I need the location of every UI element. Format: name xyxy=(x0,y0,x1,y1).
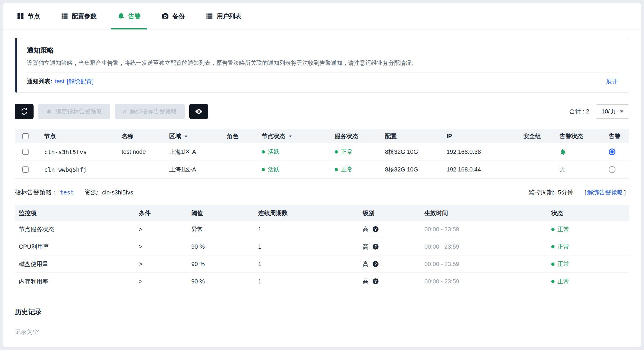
bell-icon xyxy=(46,108,52,115)
alert-status-cell xyxy=(556,148,605,156)
node-name: test node xyxy=(118,148,166,155)
period-label: 监控周期: xyxy=(529,188,555,197)
alert-radio[interactable] xyxy=(609,148,615,155)
alert-radio-cell xyxy=(605,148,629,155)
visibility-button[interactable] xyxy=(189,104,208,119)
eye-icon xyxy=(195,108,203,115)
row-checkbox[interactable] xyxy=(22,149,29,155)
metric-row: CPU利用率 > 90 % 1 高? 00:00 - 23:59 正常 xyxy=(15,238,629,255)
tab-label: 告警 xyxy=(128,12,141,20)
table-row: cln-wwbq5hfj 上海1区-A 活跃 正常 8核32G 10G 192.… xyxy=(15,161,629,179)
app-background: 节点 配置参数 告警 备份 xyxy=(0,0,644,350)
bind-button-label: 绑定指标告警策略 xyxy=(55,108,102,115)
tab-user-list[interactable]: 用户列表 xyxy=(199,3,248,29)
metric-periods: 1 xyxy=(254,278,358,285)
metric-condition: > xyxy=(135,261,187,268)
period-value: 5分钟 xyxy=(558,188,573,197)
metric-item: 内存利用率 xyxy=(15,278,135,285)
bind-metric-policy-button[interactable]: 绑定指标告警策略 xyxy=(38,104,110,119)
metric-item: 磁盘使用量 xyxy=(15,260,135,268)
col-level: 级别 xyxy=(358,209,420,217)
service-status: 正常 xyxy=(331,148,381,156)
metric-status: 正常 xyxy=(547,260,629,268)
status-dot xyxy=(551,228,555,231)
node-zone: 上海1区-A xyxy=(166,166,223,174)
col-status: 状态 xyxy=(547,209,629,217)
tab-bar: 节点 配置参数 告警 备份 xyxy=(3,3,641,29)
close-icon: × xyxy=(123,108,127,115)
tab-alerts[interactable]: 告警 xyxy=(111,3,147,29)
metric-periods: 1 xyxy=(254,226,358,233)
tab-config-params[interactable]: 配置参数 xyxy=(54,3,103,29)
unbind-alert-policy-link[interactable]: 解绑告警策略 xyxy=(587,188,623,197)
history-empty-text: 记录为空 xyxy=(15,328,629,336)
unbind-metric-policy-button[interactable]: × 解绑指标告警策略 xyxy=(115,104,185,119)
metric-threshold: 90 % xyxy=(187,243,254,250)
col-security-group: 安全组 xyxy=(520,132,556,140)
help-icon[interactable]: ? xyxy=(373,261,379,267)
page-size-select[interactable]: 10/页 xyxy=(596,104,629,119)
metric-row: 节点服务状态 > 异常 1 高? 00:00 - 23:59 正常 xyxy=(15,221,629,238)
metric-level: 高? xyxy=(358,243,420,251)
service-status: 正常 xyxy=(331,166,381,174)
help-icon[interactable]: ? xyxy=(373,278,379,284)
metric-item: 节点服务状态 xyxy=(15,225,135,233)
alert-status-cell: 无 xyxy=(556,166,605,174)
status-dot xyxy=(551,245,555,248)
col-periods: 连续周期数 xyxy=(254,209,358,217)
remove-config-link[interactable]: [解除配置] xyxy=(67,78,94,85)
node-id: cln-wwbq5hfj xyxy=(41,166,118,173)
help-icon[interactable]: ? xyxy=(373,226,379,232)
row-checkbox[interactable] xyxy=(22,166,29,173)
metric-periods: 1 xyxy=(254,261,358,268)
col-alert: 告警 xyxy=(605,132,629,140)
metric-policy-label: 指标告警策略： xyxy=(15,188,58,197)
select-all-checkbox[interactable] xyxy=(22,133,29,139)
metric-status: 正常 xyxy=(547,278,629,285)
metric-table-header: 监控项 条件 阈值 连续周期数 级别 生效时间 状态 xyxy=(15,205,629,221)
metric-time: 00:00 - 23:59 xyxy=(420,243,547,250)
help-icon[interactable]: ? xyxy=(373,244,379,250)
refresh-button[interactable] xyxy=(15,104,34,119)
bell-green-icon xyxy=(559,148,567,156)
resource-label: 资源: xyxy=(84,188,99,197)
tab-label: 配置参数 xyxy=(72,12,97,20)
alert-radio[interactable] xyxy=(609,166,615,173)
metric-policy-name-link[interactable]: test xyxy=(60,189,74,196)
col-node-status[interactable]: 节点状态 xyxy=(258,132,331,140)
notification-list-row: 通知列表:test[解除配置] 展开 xyxy=(27,72,618,85)
list-icon xyxy=(205,12,213,20)
metric-level: 高? xyxy=(358,225,420,233)
metric-time: 00:00 - 23:59 xyxy=(420,278,547,285)
metric-threshold: 90 % xyxy=(187,261,254,268)
node-config: 8核32G 10G xyxy=(381,166,443,174)
tab-nodes[interactable]: 节点 xyxy=(10,3,47,29)
notification-policy-description: 设置独立通知策略，当集群产生告警，将统一发送至独立配置的通知列表，原告警策略所关… xyxy=(27,59,618,67)
bell-icon xyxy=(117,12,125,20)
tab-label: 节点 xyxy=(28,12,40,20)
status-dot xyxy=(262,168,265,171)
chevron-down-icon xyxy=(620,110,623,113)
col-ip: IP xyxy=(443,133,520,140)
metric-time: 00:00 - 23:59 xyxy=(420,261,547,268)
notification-list-link[interactable]: test xyxy=(55,78,64,85)
resource-value: cln-s3hl5fvs xyxy=(102,189,133,196)
metric-level: 高? xyxy=(358,278,420,285)
metric-threshold: 异常 xyxy=(187,225,254,233)
status-dot xyxy=(551,262,555,266)
metric-condition: > xyxy=(135,226,187,233)
status-dot xyxy=(262,150,265,153)
node-zone: 上海1区-A xyxy=(166,148,223,156)
camera-icon xyxy=(161,12,169,20)
history-title: 历史记录 xyxy=(15,307,629,316)
col-zone[interactable]: 区域 xyxy=(166,132,223,140)
metric-level: 高? xyxy=(358,260,420,268)
tab-label: 用户列表 xyxy=(217,12,241,20)
node-config: 8核32G 10G xyxy=(381,148,443,156)
notification-list-label: 通知列表: xyxy=(27,78,52,85)
col-condition: 条件 xyxy=(135,209,187,217)
expand-link[interactable]: 展开 xyxy=(606,77,618,85)
tab-backup[interactable]: 备份 xyxy=(155,3,191,29)
metric-condition: > xyxy=(135,278,187,285)
sort-caret-icon xyxy=(289,136,292,137)
